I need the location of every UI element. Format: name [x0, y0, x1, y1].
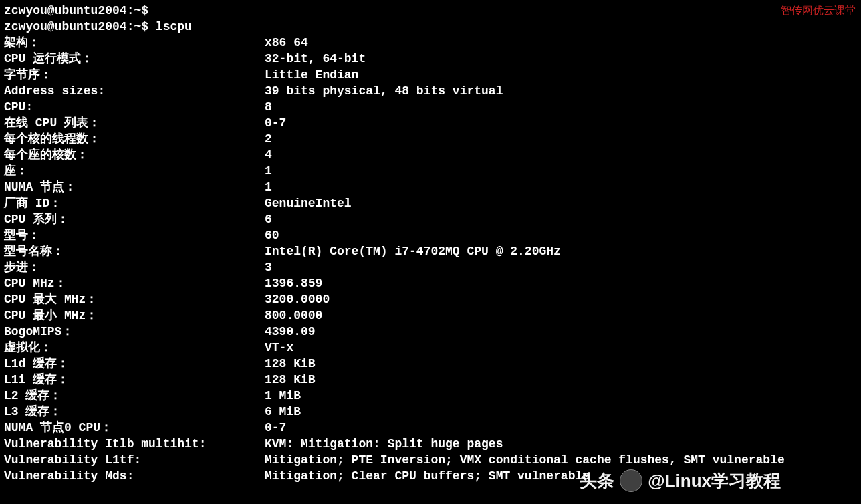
shell-prompt: zcwyou@ubuntu2004:~$ — [4, 20, 156, 33]
output-label: 架构： — [4, 35, 265, 51]
output-label: CPU 运行模式： — [4, 51, 265, 67]
output-label: CPU 系列： — [4, 211, 265, 227]
output-row: BogoMIPS：4390.09 — [4, 324, 857, 340]
output-value: 2 — [265, 131, 857, 147]
watermark-bottom: 头条 @Linux学习教程 — [580, 469, 781, 492]
output-value: 128 KiB — [265, 372, 857, 388]
output-row: CPU 运行模式：32-bit, 64-bit — [4, 51, 857, 67]
output-label: 步进： — [4, 259, 265, 275]
output-value: Little Endian — [265, 67, 857, 83]
output-row: Address sizes:39 bits physical, 48 bits … — [4, 83, 857, 99]
output-value: KVM: Mitigation: Split huge pages — [265, 436, 857, 452]
command-text: lscpu — [156, 20, 192, 33]
output-row: 厂商 ID：GenuineIntel — [4, 195, 857, 211]
output-value: 1396.859 — [265, 275, 857, 291]
output-row: L1d 缓存：128 KiB — [4, 356, 857, 372]
output-label: L1i 缓存： — [4, 372, 265, 388]
output-label: Address sizes: — [4, 83, 265, 99]
output-row: 在线 CPU 列表：0-7 — [4, 115, 857, 131]
output-label: Vulnerability Itlb multihit: — [4, 436, 265, 452]
output-row: 虚拟化：VT-x — [4, 340, 857, 356]
output-value: 1 MiB — [265, 388, 857, 404]
command-output: 架构：x86_64CPU 运行模式：32-bit, 64-bit字节序：Litt… — [4, 35, 857, 484]
output-label: CPU 最小 MHz： — [4, 307, 265, 324]
output-row: CPU:8 — [4, 99, 857, 115]
output-value: 39 bits physical, 48 bits virtual — [265, 83, 857, 99]
output-row: NUMA 节点0 CPU：0-7 — [4, 420, 857, 436]
output-row: 步进：3 — [4, 259, 857, 275]
watermark-handle: @Linux学习教程 — [648, 473, 781, 489]
output-value: 3 — [265, 259, 857, 275]
output-value: 3200.0000 — [265, 291, 857, 307]
output-value: 60 — [265, 227, 857, 243]
output-label: 在线 CPU 列表： — [4, 115, 265, 131]
output-value: x86_64 — [265, 35, 857, 51]
output-label: Vulnerability L1tf: — [4, 452, 265, 468]
output-row: CPU 最小 MHz：800.0000 — [4, 307, 857, 324]
output-value: Mitigation; PTE Inversion; VMX condition… — [265, 452, 857, 468]
output-value: 4 — [265, 147, 857, 163]
output-label: 虚拟化： — [4, 340, 265, 356]
output-value: 32-bit, 64-bit — [265, 51, 857, 67]
output-label: 型号名称： — [4, 243, 265, 259]
output-label: CPU 最大 MHz： — [4, 291, 265, 307]
output-row: L3 缓存：6 MiB — [4, 404, 857, 420]
output-row: CPU 系列：6 — [4, 211, 857, 227]
output-label: L3 缓存： — [4, 404, 265, 420]
output-label: NUMA 节点： — [4, 179, 265, 195]
output-value: 800.0000 — [265, 307, 857, 324]
output-row: L2 缓存：1 MiB — [4, 388, 857, 404]
output-value: 1 — [265, 163, 857, 179]
output-label: 每个座的核数： — [4, 147, 265, 163]
output-value: Intel(R) Core(TM) i7-4702MQ CPU @ 2.20GH… — [265, 243, 857, 259]
output-label: BogoMIPS： — [4, 324, 265, 340]
output-value: 0-7 — [265, 115, 857, 131]
output-value: 6 — [265, 211, 857, 227]
output-value: 6 MiB — [265, 404, 857, 420]
output-row: Vulnerability Itlb multihit:KVM: Mitigat… — [4, 436, 857, 452]
prompt-line-command[interactable]: zcwyou@ubuntu2004:~$ lscpu — [4, 19, 857, 35]
output-value: 0-7 — [265, 420, 857, 436]
output-row: L1i 缓存：128 KiB — [4, 372, 857, 388]
output-row: CPU 最大 MHz：3200.0000 — [4, 291, 857, 307]
output-label: 厂商 ID： — [4, 195, 265, 211]
output-row: 每个核的线程数：2 — [4, 131, 857, 147]
output-row: Vulnerability L1tf:Mitigation; PTE Inver… — [4, 452, 857, 468]
output-label: Vulnerability Mds: — [4, 468, 265, 484]
output-row: 字节序：Little Endian — [4, 67, 857, 83]
watermark-prefix: 头条 — [580, 473, 614, 489]
shell-prompt: zcwyou@ubuntu2004:~$ — [4, 4, 148, 17]
output-label: 每个核的线程数： — [4, 131, 265, 147]
output-label: 座： — [4, 163, 265, 179]
output-row: 架构：x86_64 — [4, 35, 857, 51]
avatar-icon — [620, 469, 642, 492]
output-label: CPU MHz： — [4, 275, 265, 291]
output-row: NUMA 节点：1 — [4, 179, 857, 195]
output-row: 型号名称：Intel(R) Core(TM) i7-4702MQ CPU @ 2… — [4, 243, 857, 259]
output-value: 1 — [265, 179, 857, 195]
output-value: 8 — [265, 99, 857, 115]
output-value: VT-x — [265, 340, 857, 356]
watermark-top: 智传网优云课堂 — [781, 3, 856, 19]
output-row: 座：1 — [4, 163, 857, 179]
output-row: 每个座的核数：4 — [4, 147, 857, 163]
prompt-line-empty: zcwyou@ubuntu2004:~$ — [4, 3, 857, 19]
output-row: CPU MHz：1396.859 — [4, 275, 857, 291]
output-label: NUMA 节点0 CPU： — [4, 420, 265, 436]
output-label: 字节序： — [4, 67, 265, 83]
output-label: L2 缓存： — [4, 388, 265, 404]
output-label: L1d 缓存： — [4, 356, 265, 372]
output-label: 型号： — [4, 227, 265, 243]
output-value: 128 KiB — [265, 356, 857, 372]
output-label: CPU: — [4, 99, 265, 115]
output-value: 4390.09 — [265, 324, 857, 340]
output-row: 型号：60 — [4, 227, 857, 243]
output-value: GenuineIntel — [265, 195, 857, 211]
